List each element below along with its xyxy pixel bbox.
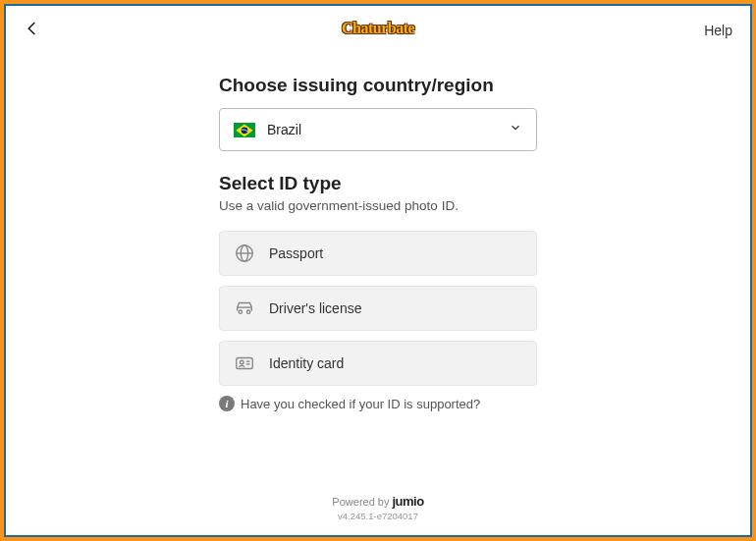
back-button[interactable] <box>24 20 41 41</box>
powered-by-label: Powered by <box>332 496 389 508</box>
country-select[interactable]: Brazil <box>219 108 537 151</box>
supported-id-hint-text: Have you checked if your ID is supported… <box>241 397 480 411</box>
id-card-icon <box>234 352 255 374</box>
svg-point-8 <box>246 310 249 313</box>
chevron-left-icon <box>24 20 41 41</box>
id-type-heading: Select ID type <box>219 173 537 194</box>
country-selected-label: Brazil <box>267 122 509 137</box>
brazil-flag-icon <box>234 123 255 137</box>
header: Chaturbate Help <box>6 6 750 55</box>
svg-point-10 <box>240 360 243 364</box>
option-drivers-license[interactable]: Driver's license <box>219 286 537 331</box>
option-identity-card[interactable]: Identity card <box>219 341 537 386</box>
globe-icon <box>234 243 255 264</box>
info-icon: i <box>219 396 235 411</box>
version-label: v4.245.1-e7204017 <box>6 511 750 521</box>
option-identity-card-label: Identity card <box>269 355 344 371</box>
help-link[interactable]: Help <box>704 23 732 38</box>
footer: Powered by jumio v4.245.1-e7204017 <box>6 484 750 535</box>
svg-rect-9 <box>237 358 253 369</box>
supported-id-hint[interactable]: i Have you checked if your ID is support… <box>219 396 537 411</box>
car-icon <box>234 298 255 319</box>
option-passport-label: Passport <box>269 245 323 261</box>
country-heading: Choose issuing country/region <box>219 75 537 96</box>
brand-logo-text: Chaturbate <box>342 20 414 36</box>
id-type-subtitle: Use a valid government-issued photo ID. <box>219 198 537 213</box>
brand-logo: Chaturbate <box>342 20 414 37</box>
chevron-down-icon <box>509 121 522 138</box>
main-content: Choose issuing country/region Brazil <box>6 55 750 484</box>
jumio-brand: jumio <box>392 494 423 509</box>
option-passport[interactable]: Passport <box>219 231 537 276</box>
option-drivers-license-label: Driver's license <box>269 300 361 316</box>
svg-point-7 <box>239 310 242 313</box>
